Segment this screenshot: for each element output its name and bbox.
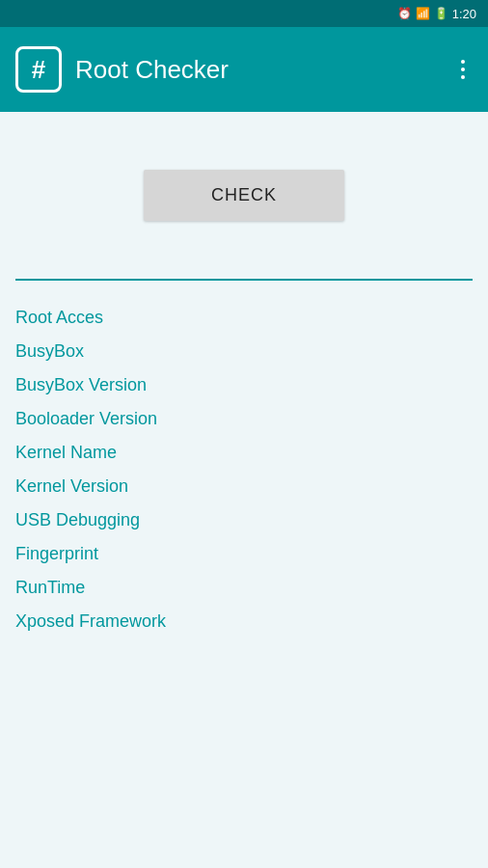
list-item[interactable]: BusyBox — [15, 338, 473, 366]
list-item[interactable]: Xposed Framework — [15, 608, 473, 636]
dot-2 — [461, 68, 465, 71]
list-item[interactable]: Booloader Version — [15, 405, 473, 433]
dot-1 — [461, 60, 465, 64]
signal-icon: 📶 — [416, 7, 430, 20]
status-time: 1:20 — [452, 7, 476, 21]
check-section: CHECK — [0, 112, 488, 279]
list-item[interactable]: RunTime — [15, 574, 473, 602]
alarm-icon: ⏰ — [397, 7, 412, 20]
battery-icon: 🔋 — [434, 7, 448, 20]
list-item[interactable]: Fingerprint — [15, 540, 473, 568]
list-item[interactable]: Root Acces — [15, 304, 473, 332]
divider — [15, 279, 473, 281]
list-item[interactable]: BusyBox Version — [15, 371, 473, 399]
list-item[interactable]: USB Debugging — [15, 506, 473, 534]
hash-icon: # — [15, 46, 62, 93]
dot-3 — [461, 75, 465, 79]
check-button[interactable]: CHECK — [144, 170, 344, 221]
status-bar: ⏰ 📶 🔋 1:20 — [0, 0, 488, 27]
app-bar: # Root Checker — [0, 27, 488, 112]
app-bar-left: # Root Checker — [15, 46, 229, 93]
app-title: Root Checker — [75, 55, 229, 85]
list-item[interactable]: Kernel Version — [15, 473, 473, 501]
status-icons: ⏰ 📶 🔋 1:20 — [397, 7, 476, 21]
more-options-button[interactable] — [453, 52, 473, 87]
main-content: CHECK Root AccesBusyBoxBusyBox VersionBo… — [0, 112, 488, 868]
list-item[interactable]: Kernel Name — [15, 439, 473, 467]
info-list: Root AccesBusyBoxBusyBox VersionBooloade… — [0, 296, 488, 643]
